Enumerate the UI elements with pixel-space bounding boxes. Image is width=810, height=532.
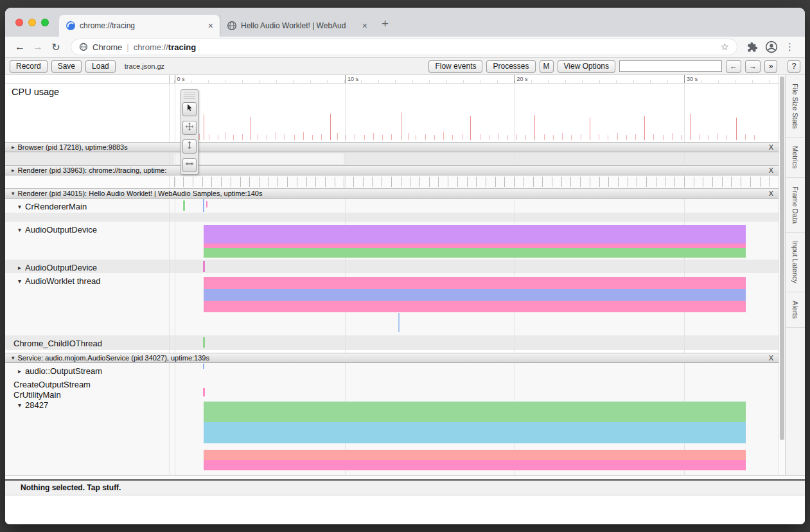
collapse-arrow-icon[interactable]: ▾ (18, 225, 21, 235)
find-previous-button[interactable]: ← (726, 60, 741, 73)
zoom-vertical-tool-button[interactable] (182, 139, 197, 154)
trace-slice[interactable] (204, 402, 746, 422)
event-tick (504, 177, 505, 187)
thread-track-row[interactable]: ▸AudioOutputDevice (5, 260, 779, 273)
expand-arrow-icon[interactable]: ▸ (12, 167, 15, 173)
thread-track-row[interactable]: ▾AudioOutputDevice (5, 222, 779, 260)
forward-button[interactable]: → (30, 41, 46, 53)
find-input[interactable] (619, 60, 722, 72)
thread-track-row[interactable]: ▸audio::OutputStream (5, 363, 779, 377)
splitter-bar[interactable] (5, 475, 805, 481)
trace-slice[interactable] (204, 450, 746, 460)
trace-slice[interactable] (204, 422, 746, 443)
thread-label[interactable]: ▾AudioWorklet thread (5, 276, 101, 286)
browser-menu-icon[interactable]: ⋮ (781, 41, 798, 53)
thread-label[interactable]: ▸audio::OutputStream (5, 366, 102, 376)
profile-avatar[interactable] (762, 40, 780, 53)
vertical-scrollbar[interactable] (779, 75, 785, 475)
thread-track-row[interactable]: Chrome_ChildIOThread (5, 335, 779, 350)
thread-label[interactable]: Chrome_ChildIOThread (5, 339, 102, 348)
tracks-area[interactable]: 0 s10 s20 s30 s CPU usage▸Browser (pid 1… (5, 75, 779, 475)
trace-slice[interactable] (204, 244, 746, 248)
trace-slice[interactable] (204, 225, 746, 244)
timing-tool-button[interactable] (182, 158, 197, 172)
trace-event-mark[interactable] (203, 388, 205, 396)
thread-label[interactable]: ▸AudioOutputDevice (5, 263, 97, 272)
trace-slice[interactable] (204, 277, 746, 289)
trace-event-mark[interactable] (206, 201, 207, 208)
pan-tool-button[interactable] (182, 121, 197, 135)
thread-track-row[interactable]: ▾28427 (5, 397, 779, 475)
metrics-button[interactable]: M (540, 60, 554, 73)
close-track-button[interactable]: X (769, 354, 773, 362)
thread-track-row[interactable]: ▾CrRendererMain (5, 199, 779, 213)
tab-hello-audio-worklet[interactable]: Hello Audio Worklet! | WebAud × (220, 15, 374, 37)
palette-grip-handle[interactable] (184, 92, 195, 99)
site-info-globe-icon[interactable] (79, 42, 88, 51)
thread-label[interactable]: ▾28427 (5, 400, 48, 410)
process-header[interactable]: ▾Service: audio.mojom.AudioService (pid … (5, 353, 779, 363)
flow-events-button[interactable]: Flow events (428, 60, 482, 73)
tab-close-icon[interactable]: × (361, 21, 369, 31)
side-tab-alerts[interactable]: Alerts (786, 292, 805, 328)
help-button[interactable]: ? (788, 60, 800, 73)
tab-chrome-tracing[interactable]: chrome://tracing × (59, 15, 220, 37)
expand-arrow-icon[interactable]: ▸ (12, 144, 15, 150)
expand-arrow-icon[interactable]: ▸ (18, 263, 21, 272)
expand-arrow-icon[interactable]: ▸ (18, 366, 21, 376)
collapse-arrow-icon[interactable]: ▾ (12, 190, 15, 197)
trace-event-mark[interactable] (203, 337, 205, 348)
thread-track-row[interactable]: CrUtilityMain (5, 387, 779, 397)
collapse-arrow-icon[interactable]: ▾ (18, 400, 21, 410)
select-tool-button[interactable] (182, 102, 197, 116)
minimize-window-button[interactable] (28, 19, 36, 26)
process-header[interactable]: ▾Renderer (pid 34015): Hello Audio Workl… (5, 188, 779, 199)
close-track-button[interactable]: X (769, 166, 773, 174)
event-tick (552, 177, 552, 187)
thread-label[interactable]: ▾AudioOutputDevice (5, 225, 97, 235)
extensions-puzzle-icon[interactable] (744, 42, 761, 53)
back-button[interactable]: ← (12, 41, 28, 53)
trace-event-mark[interactable] (203, 199, 204, 212)
load-button[interactable]: Load (85, 60, 116, 73)
more-button[interactable]: » (764, 60, 777, 73)
trace-slice[interactable] (204, 460, 746, 470)
scrollbar-thumb[interactable] (780, 76, 784, 440)
side-tab-frame-data[interactable]: Frame Data (786, 178, 805, 233)
close-track-button[interactable]: X (769, 143, 773, 151)
reload-button[interactable]: ↻ (48, 41, 64, 53)
trace-event-mark[interactable] (203, 364, 204, 369)
thread-label[interactable]: CrUtilityMain (5, 390, 61, 400)
find-next-button[interactable]: → (745, 60, 761, 73)
view-options-button[interactable]: View Options (558, 60, 615, 73)
trace-slice[interactable] (204, 248, 746, 258)
side-tab-file-size-stats[interactable]: File Size Stats (786, 75, 805, 137)
trace-event-mark[interactable] (203, 261, 205, 272)
thread-track-row[interactable]: CreateOutputStream (5, 377, 779, 387)
process-header[interactable]: ▸Browser (pid 17218), uptime:9883sX (5, 142, 779, 152)
save-button[interactable]: Save (51, 60, 82, 73)
record-button[interactable]: Record (10, 60, 48, 73)
trace-event-mark[interactable] (398, 313, 400, 332)
side-tab-metrics[interactable]: Metrics (786, 137, 805, 177)
trace-event-mark[interactable] (183, 200, 185, 211)
close-track-button[interactable]: X (769, 190, 773, 197)
thread-label[interactable]: ▾CrRendererMain (5, 202, 87, 211)
close-window-button[interactable] (15, 19, 23, 26)
trace-slice[interactable] (204, 289, 746, 301)
trace-slice[interactable] (204, 301, 746, 312)
new-tab-button[interactable]: + (382, 17, 389, 31)
collapse-arrow-icon[interactable]: ▾ (18, 276, 21, 286)
collapse-arrow-icon[interactable]: ▾ (12, 355, 15, 361)
address-bar[interactable]: Chrome | chrome://tracing ☆ (71, 39, 737, 55)
side-tab-input-latency[interactable]: Input Latency (786, 233, 805, 292)
processes-button[interactable]: Processes (486, 60, 535, 73)
bookmark-star-icon[interactable]: ☆ (721, 41, 729, 53)
zoom-window-button[interactable] (41, 19, 49, 26)
thread-name: CrUtilityMain (13, 390, 61, 400)
thread-track-row[interactable]: ▾AudioWorklet thread (5, 273, 779, 335)
tab-close-icon[interactable]: × (207, 21, 215, 31)
process-header[interactable]: ▸Renderer (pid 33963): chrome://tracing,… (5, 165, 779, 175)
collapse-arrow-icon[interactable]: ▾ (18, 202, 21, 211)
thread-label[interactable]: CreateOutputStream (5, 380, 91, 389)
